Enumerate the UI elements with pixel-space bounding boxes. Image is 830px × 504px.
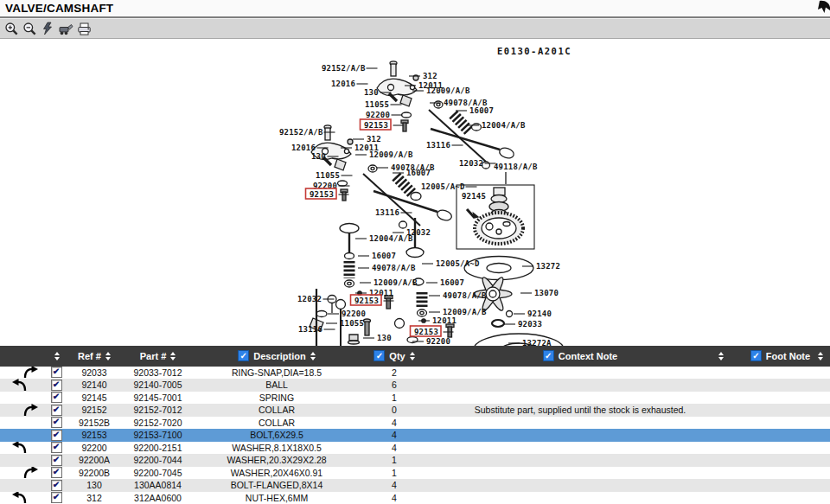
part-label[interactable]: 92152/A/B: [322, 64, 366, 73]
part-label[interactable]: 49078/A/B: [443, 291, 487, 300]
jump-arrow-cw-icon[interactable]: [22, 467, 39, 480]
jump-arrow-cell[interactable]: [0, 467, 45, 480]
table-row[interactable]: ✔9220092200-2151WASHER,8.1X18X0.54: [0, 442, 830, 455]
row-checkbox[interactable]: ✔: [51, 417, 62, 428]
jump-arrow-cell[interactable]: [0, 492, 45, 504]
row-checkbox[interactable]: ✔: [51, 467, 62, 478]
part-label[interactable]: 13272A: [522, 339, 552, 346]
part-label[interactable]: 312: [423, 72, 437, 80]
column-header-description[interactable]: ✓Description: [195, 346, 359, 367]
part-label[interactable]: 12009/A/B: [443, 308, 487, 316]
part-label[interactable]: 92033: [518, 320, 542, 329]
part-label[interactable]: 92152/A/B: [279, 128, 323, 137]
part-label[interactable]: 12004/A/B: [482, 121, 526, 130]
sort-icon[interactable]: [410, 352, 415, 360]
row-checkbox[interactable]: ✔: [51, 367, 62, 378]
column-header-foot-note[interactable]: ✓Foot Note: [731, 346, 830, 367]
part-label[interactable]: 12016: [291, 144, 316, 152]
row-checkbox[interactable]: ✔: [51, 455, 62, 466]
zoom-in-icon[interactable]: [3, 21, 19, 36]
part-label[interactable]: 12032: [297, 295, 322, 303]
column-visibility-checkbox[interactable]: ✓: [543, 350, 554, 361]
part-label[interactable]: 12009/A/B: [374, 278, 418, 287]
table-row[interactable]: ✔312312AA0600NUT-HEX,6MM4: [0, 492, 830, 504]
part-label[interactable]: 92153: [414, 328, 438, 336]
part-label[interactable]: 12032: [459, 159, 483, 168]
part-label[interactable]: 92153: [354, 297, 379, 305]
part-label[interactable]: 12016: [331, 80, 355, 88]
part-label[interactable]: 92200: [366, 111, 390, 119]
sort-icon[interactable]: [310, 352, 316, 360]
part-label[interactable]: 11055: [340, 319, 364, 328]
part-label[interactable]: 13070: [534, 289, 559, 297]
table-row[interactable]: ✔9214592145-7001SPRING1: [0, 392, 830, 405]
column-visibility-checkbox[interactable]: ✓: [238, 350, 249, 361]
zoom-out-icon[interactable]: [22, 21, 37, 36]
hotspot-lightning-icon[interactable]: [40, 21, 55, 36]
table-row[interactable]: ✔92200B92200-7045WASHER,20X46X0.911: [0, 467, 830, 480]
column-header-context-note[interactable]: ✓Context Note: [430, 346, 731, 367]
column-header-part[interactable]: Part #: [121, 346, 195, 367]
part-label[interactable]: 11055: [365, 100, 389, 109]
print-icon[interactable]: [76, 21, 92, 36]
part-label[interactable]: 13116: [426, 141, 450, 150]
part-label[interactable]: 12005/A~D: [421, 182, 465, 191]
sort-icon[interactable]: [718, 352, 724, 360]
row-checkbox[interactable]: ✔: [51, 492, 62, 503]
row-checkbox[interactable]: ✔: [51, 392, 62, 403]
column-visibility-checkbox[interactable]: ✓: [374, 350, 385, 361]
part-label[interactable]: 16007: [440, 278, 464, 287]
part-label[interactable]: 49118/A/B: [494, 163, 538, 171]
sort-icon[interactable]: [818, 352, 823, 360]
part-label[interactable]: 92145: [462, 192, 486, 201]
part-label[interactable]: 12005/A~D: [436, 259, 480, 268]
sort-icon[interactable]: [170, 352, 176, 360]
row-checkbox[interactable]: ✔: [51, 430, 62, 441]
part-label[interactable]: 92153: [310, 190, 334, 199]
part-label[interactable]: 92140: [527, 309, 552, 318]
part-label[interactable]: 92200: [342, 309, 366, 318]
part-label[interactable]: 13116: [298, 325, 322, 334]
part-label[interactable]: 130: [364, 88, 379, 97]
jump-arrow-cell[interactable]: [0, 379, 45, 392]
sort-icon[interactable]: [105, 352, 111, 360]
part-label[interactable]: 13272: [536, 262, 560, 271]
jump-arrow-ccw-icon[interactable]: [11, 379, 28, 392]
part-label[interactable]: 12011: [432, 316, 456, 325]
jump-arrow-cw-icon[interactable]: [22, 404, 39, 417]
jump-arrow-ccw-icon[interactable]: [11, 492, 28, 504]
table-row[interactable]: ✔92200A92200-7044WASHER,20.3X29X2.281: [0, 454, 830, 467]
part-label[interactable]: 13116: [375, 208, 399, 217]
part-label[interactable]: 130: [377, 334, 392, 342]
table-row[interactable]: ✔9214092140-7005BALL6: [0, 379, 830, 392]
sort-icon[interactable]: [54, 352, 60, 360]
part-label[interactable]: 16007: [372, 252, 396, 260]
row-checkbox[interactable]: ✔: [51, 405, 62, 416]
column-visibility-checkbox[interactable]: ✓: [750, 350, 762, 361]
part-label[interactable]: 12009/A/B: [426, 86, 470, 95]
part-label[interactable]: 11055: [316, 171, 340, 180]
table-row[interactable]: ✔92152B92152-7020COLLAR4: [0, 417, 830, 430]
jump-arrow-cell[interactable]: [0, 442, 45, 455]
part-label[interactable]: 312: [367, 135, 381, 144]
part-label[interactable]: 12004/A/B: [369, 234, 413, 243]
part-label[interactable]: 16007: [406, 169, 431, 177]
table-row[interactable]: ✔130130AA0814BOLT-FLANGED,8X144: [0, 479, 830, 492]
cart-icon[interactable]: [58, 21, 73, 36]
row-checkbox[interactable]: ✔: [51, 480, 62, 491]
part-label[interactable]: 92200: [426, 337, 450, 346]
table-row[interactable]: ✔9203392033-7012RING-SNAP,DIA=18.52: [0, 367, 830, 380]
part-label[interactable]: 92153: [364, 121, 388, 130]
row-checkbox[interactable]: ✔: [51, 380, 62, 391]
column-header-qty[interactable]: ✓Qty: [359, 346, 430, 367]
jump-arrow-cw-icon[interactable]: [22, 367, 39, 380]
column-header-ref[interactable]: Ref #: [67, 346, 121, 367]
part-label[interactable]: 130: [311, 152, 326, 161]
table-row[interactable]: ✔9215292152-7012COLLAR0Substitute part, …: [0, 404, 830, 417]
table-row[interactable]: ✔9215392153-7100BOLT,6X29.54: [0, 429, 830, 442]
row-checkbox[interactable]: ✔: [51, 442, 62, 453]
part-label[interactable]: 16007: [469, 106, 494, 115]
jump-arrow-ccw-icon[interactable]: [11, 442, 28, 455]
column-header-ref-arrow[interactable]: [0, 346, 67, 367]
jump-arrow-cell[interactable]: [0, 404, 45, 417]
